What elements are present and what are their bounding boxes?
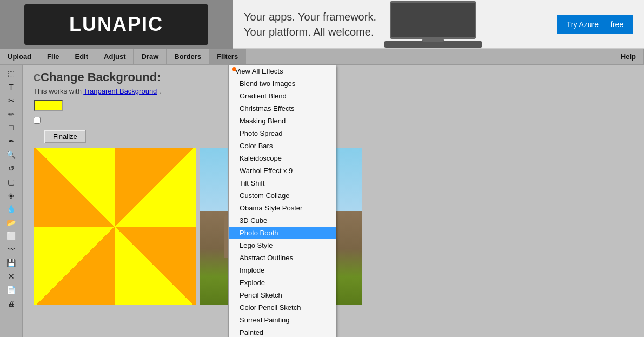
dropdown-item-gradient-blend[interactable]: Gradient Blend: [229, 90, 336, 102]
dropdown-item-label: 3D Cube: [240, 216, 267, 224]
logo-text: LUNAPIC: [69, 13, 163, 36]
bullet-icon: [232, 67, 236, 71]
tool-rect[interactable]: ▢: [4, 176, 19, 188]
dropdown-item-surreal-painting[interactable]: Surreal Painting: [229, 314, 336, 326]
tool-zoom[interactable]: 🔍: [4, 149, 19, 161]
dropdown-item-tilt-shift[interactable]: Tilt Shift: [229, 177, 336, 189]
option-checkbox[interactable]: [34, 117, 41, 124]
tool-brush[interactable]: ✏: [4, 108, 19, 120]
nav-filters[interactable]: Filters: [209, 49, 246, 64]
dropdown-item-photo-booth[interactable]: Photo Booth: [229, 227, 336, 239]
dropdown-item-blend-two-images[interactable]: Blend two Images: [229, 77, 336, 90]
nav-adjust[interactable]: Adjust: [96, 49, 134, 64]
dropdown-item-masking-blend[interactable]: Masking Blend: [229, 115, 336, 127]
dropdown-item-warhol-effect-x-9[interactable]: Warhol Effect x 9: [229, 164, 336, 177]
tool-open[interactable]: 📂: [4, 216, 19, 228]
dropdown-item-3d-cube[interactable]: 3D Cube: [229, 214, 336, 227]
ad-keyboard: [384, 41, 482, 48]
tool-shape[interactable]: □: [4, 122, 19, 134]
tool-print[interactable]: 🖨: [4, 298, 19, 309]
transparent-bg-link[interactable]: Tranparent Background: [83, 87, 157, 95]
sunburst-background: [34, 148, 196, 305]
ad-copy: Your apps. Your framework. Your platform…: [244, 9, 376, 39]
dropdown-item-label: Photo Spread: [240, 129, 283, 137]
ad-visual: Your apps. Your framework. Your platform…: [244, 1, 557, 48]
dropdown-item-label: Tilt Shift: [240, 179, 264, 187]
dropdown-item-kaleidoscope[interactable]: Kaleidoscope: [229, 152, 336, 164]
tool-erase[interactable]: ⬜: [4, 230, 19, 242]
ad-screen: [390, 1, 476, 39]
tool-save[interactable]: 💾: [4, 257, 19, 269]
ad-banner: Your apps. Your framework. Your platform…: [233, 0, 644, 49]
dropdown-item-label: Lego Style: [240, 241, 273, 249]
dropdown-item-label: Kaleidoscope: [240, 154, 282, 162]
dropdown-item-label: Explode: [240, 279, 265, 287]
logo-box: LUNAPIC: [24, 4, 208, 45]
dropdown-item-custom-collage[interactable]: Custom Collage: [229, 189, 336, 202]
tool-select[interactable]: ⬚: [4, 68, 19, 80]
dropdown-item-implode[interactable]: Implode: [229, 264, 336, 276]
ad-laptop-visual: [384, 1, 482, 48]
dropdown-item-abstract-outlines[interactable]: Abstract Outlines: [229, 252, 336, 264]
dropdown-item-label: Gradient Blend: [240, 92, 287, 100]
tool-smudge[interactable]: 〰: [4, 243, 19, 255]
tool-eyedrop[interactable]: 💧: [4, 203, 19, 215]
dropdown-item-label: Painted: [240, 328, 263, 336]
left-toolbar: ⬚ T ✂ ✏ □ ✒ 🔍 ↺ ▢ ◈ 💧 📂 ⬜ 〰 💾 ✕ 📄 🖨: [0, 65, 23, 337]
nav-draw[interactable]: Draw: [134, 49, 167, 64]
nav-edit[interactable]: Edit: [67, 49, 96, 64]
nav-bar: Upload File Edit Adjust Draw Borders Fil…: [0, 49, 644, 65]
logo-area: LUNAPIC: [0, 0, 233, 49]
dropdown-menu: View All EffectsBlend two ImagesGradient…: [228, 65, 336, 337]
finalize-button[interactable]: Finalize: [44, 130, 86, 143]
dropdown-item-explode[interactable]: Explode: [229, 276, 336, 289]
tool-fill[interactable]: ◈: [4, 189, 19, 201]
dropdown-item-color-bars[interactable]: Color Bars: [229, 140, 336, 152]
dropdown-item-obama-style-poster[interactable]: Obama Style Poster: [229, 202, 336, 214]
color-swatch[interactable]: [34, 100, 63, 111]
dropdown-item-color-pencil-sketch[interactable]: Color Pencil Sketch: [229, 301, 336, 314]
tool-close[interactable]: ✕: [4, 270, 19, 282]
dropdown-item-label: Blend two Images: [240, 80, 295, 88]
nav-file[interactable]: File: [39, 49, 67, 64]
nav-borders[interactable]: Borders: [167, 49, 209, 64]
dropdown-item-label: Christmas Effects: [240, 104, 295, 113]
dropdown-item-christmas-effects[interactable]: Christmas Effects: [229, 102, 336, 115]
dropdown-item-label: Surreal Painting: [240, 316, 290, 324]
dropdown-item-lego-style[interactable]: Lego Style: [229, 239, 336, 252]
tool-pencil[interactable]: ✒: [4, 135, 19, 147]
dropdown-item-painted[interactable]: Painted: [229, 326, 336, 337]
dropdown-item-label: Warhol Effect x 9: [240, 167, 293, 175]
dropdown-item-label: Masking Blend: [240, 117, 286, 125]
tool-text[interactable]: T: [4, 81, 19, 93]
dropdown-item-label: Custom Collage: [240, 191, 290, 200]
dropdown-item-label: Color Pencil Sketch: [240, 303, 301, 312]
tool-crop[interactable]: ✂: [4, 95, 19, 107]
ad-cta-button[interactable]: Try Azure — free: [557, 15, 633, 34]
dropdown-item-label: Implode: [240, 266, 264, 274]
dropdown-item-photo-spread[interactable]: Photo Spread: [229, 127, 336, 140]
dropdown-item-pencil-sketch[interactable]: Pencil Sketch: [229, 289, 336, 301]
dropdown-item-label: Obama Style Poster: [240, 204, 302, 212]
tool-rotate[interactable]: ↺: [4, 162, 19, 174]
ad-line1: Your apps. Your framework. Your platform…: [244, 9, 376, 39]
dropdown-item-label: Abstract Outlines: [240, 254, 293, 262]
nav-upload[interactable]: Upload: [0, 49, 39, 64]
tool-new[interactable]: 📄: [4, 284, 19, 296]
dropdown-item-label: Pencil Sketch: [240, 291, 282, 299]
nav-help[interactable]: Help: [613, 49, 644, 64]
dropdown-item-label: Color Bars: [240, 142, 273, 150]
sunburst-image: [34, 148, 196, 305]
dropdown-item-label: Photo Booth: [240, 229, 278, 237]
dropdown-item-view-all-effects[interactable]: View All Effects: [229, 65, 336, 77]
dropdown-item-label: View All Effects: [235, 67, 283, 75]
